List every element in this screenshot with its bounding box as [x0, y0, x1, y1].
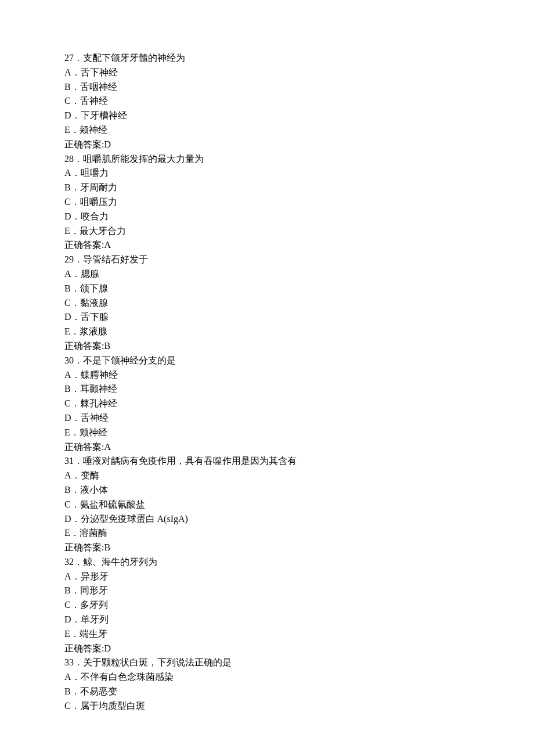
question-option: C．黏液腺: [64, 296, 534, 311]
question-option: D．舌下腺: [64, 310, 534, 325]
question-text: 关于颗粒状白斑，下列说法正确的是: [83, 657, 232, 667]
question-stem: 29．导管结石好发于: [64, 253, 534, 267]
question-option: E．颊神经: [64, 123, 534, 138]
question-number: 29: [64, 254, 74, 264]
question-option: C．氨盐和硫氰酸盐: [64, 498, 534, 512]
question-number: 33: [64, 657, 74, 667]
question-option: A．不伴有白色念珠菌感染: [64, 670, 534, 685]
answer-line: 正确答案:A: [64, 238, 534, 253]
question-option: C．棘孔神经: [64, 397, 534, 411]
question-option: D．咬合力: [64, 210, 534, 224]
question-option: D．分泌型免疫球蛋白 A(sIgA): [64, 512, 534, 527]
question-option: C．舌神经: [64, 94, 534, 109]
question-stem: 30．不是下颌神经分支的是: [64, 354, 534, 368]
answer-value: D: [104, 643, 111, 653]
answer-line: 正确答案:A: [64, 440, 534, 455]
question-option: D．单牙列: [64, 613, 534, 627]
answer-value: A: [104, 442, 111, 452]
question-option: B．同形牙: [64, 584, 534, 598]
question-option: E．溶菌酶: [64, 526, 534, 541]
answer-line: 正确答案:B: [64, 541, 534, 555]
question-stem: 27．支配下颌牙牙髓的神经为: [64, 51, 534, 66]
question-option: B．不易恶变: [64, 685, 534, 699]
question-number: 27: [64, 53, 74, 63]
question-option: D．下牙槽神经: [64, 109, 534, 123]
answer-value: B: [104, 341, 110, 351]
answer-label: 正确答案:: [64, 542, 104, 552]
answer-label: 正确答案:: [64, 139, 104, 149]
question-option: D．舌神经: [64, 411, 534, 426]
question-number: 28: [64, 154, 74, 164]
question-text: 导管结石好发于: [83, 254, 148, 264]
question-option: A．腮腺: [64, 267, 534, 282]
answer-line: 正确答案:B: [64, 339, 534, 354]
question-number: 31: [64, 456, 74, 466]
question-text: 不是下颌神经分支的是: [83, 355, 176, 365]
question-stem: 33．关于颗粒状白斑，下列说法正确的是: [64, 656, 534, 670]
question-option: B．舌咽神经: [64, 80, 534, 95]
question-option: E．颊神经: [64, 426, 534, 440]
question-number: 32: [64, 557, 74, 567]
question-option: C．属于均质型白斑: [64, 699, 534, 714]
question-option: E．端生牙: [64, 627, 534, 642]
answer-line: 正确答案:D: [64, 138, 534, 152]
answer-label: 正确答案:: [64, 643, 104, 653]
question-option: B．颌下腺: [64, 282, 534, 296]
question-option: A．咀嚼力: [64, 166, 534, 181]
question-option: C．咀嚼压力: [64, 195, 534, 210]
question-option: E．最大牙合力: [64, 224, 534, 239]
answer-line: 正确答案:D: [64, 642, 534, 656]
question-option: A．变酶: [64, 469, 534, 483]
question-option: A．舌下神经: [64, 66, 534, 80]
question-option: A．异形牙: [64, 570, 534, 584]
answer-label: 正确答案:: [64, 341, 104, 351]
question-number: 30: [64, 355, 74, 365]
answer-value: B: [104, 542, 110, 552]
document-page: 27．支配下颌牙牙髓的神经为 A．舌下神经 B．舌咽神经 C．舌神经 D．下牙槽…: [0, 0, 534, 756]
question-option: C．多牙列: [64, 598, 534, 613]
question-option: B．耳颞神经: [64, 382, 534, 397]
answer-value: D: [104, 139, 111, 149]
question-text: 鲸、海牛的牙列为: [83, 557, 157, 567]
question-text: 支配下颌牙牙髓的神经为: [83, 53, 185, 63]
question-text: 唾液对龋病有免疫作用，具有吞噬作用是因为其含有: [83, 456, 297, 466]
question-stem: 31．唾液对龋病有免疫作用，具有吞噬作用是因为其含有: [64, 454, 534, 469]
question-stem: 32．鲸、海牛的牙列为: [64, 555, 534, 570]
question-stem: 28．咀嚼肌所能发挥的最大力量为: [64, 152, 534, 167]
question-text: 咀嚼肌所能发挥的最大力量为: [83, 154, 204, 164]
answer-label: 正确答案:: [64, 240, 104, 250]
answer-value: A: [104, 240, 111, 250]
question-option: E．浆液腺: [64, 325, 534, 339]
question-option: A．蝶腭神经: [64, 368, 534, 383]
question-option: B．液小体: [64, 483, 534, 498]
question-option: B．牙周耐力: [64, 181, 534, 195]
answer-label: 正确答案:: [64, 442, 104, 452]
